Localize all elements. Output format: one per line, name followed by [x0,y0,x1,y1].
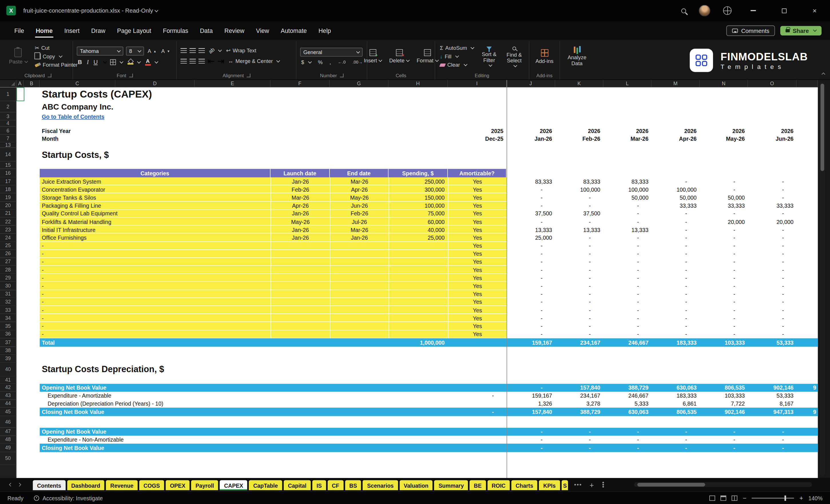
cell-O28[interactable]: - [748,266,797,274]
cell-F16[interactable]: Launch date [270,169,330,177]
row-header-22[interactable]: 22 [0,218,16,226]
cell-L49[interactable]: - [604,444,651,452]
cell-I18[interactable]: Yes [448,185,507,193]
cell-C48[interactable]: Expenditure - Non-Amortizable [40,436,389,444]
row-header-26[interactable]: 26 [0,250,16,258]
cell-F30[interactable] [270,282,330,290]
row-header-41[interactable]: 41 [0,376,16,384]
cell-K26[interactable]: - [555,250,603,258]
cell-O20[interactable]: 33,333 [748,201,797,209]
column-header-E[interactable]: E [195,80,270,87]
wrap-text-button[interactable]: ↩Wrap Text [225,47,257,54]
font-dialog-launcher[interactable] [129,73,133,77]
row-header-33[interactable]: 33 [0,306,16,314]
cell-K25[interactable]: - [555,242,603,250]
cell-N34[interactable]: - [700,314,748,322]
row-header-1[interactable]: 1 [0,87,16,101]
cell-I25[interactable]: Yes [448,242,507,250]
cell-M18[interactable]: 100,000 [651,185,700,193]
cell-I7[interactable]: Dec-25 [448,134,507,143]
cell-C1[interactable]: Startup Costs (CAPEX) [40,87,507,101]
cell-N18[interactable]: - [700,185,748,193]
cell-N6[interactable]: 2026 [700,126,748,134]
align-middle-icon[interactable] [190,48,196,53]
sheet-tab-be[interactable]: BE [470,480,486,490]
cell-K29[interactable]: - [555,274,603,282]
cell-O47[interactable]: - [748,428,797,436]
cell-M21[interactable]: - [651,209,700,217]
cell-I27[interactable]: Yes [448,258,507,266]
cell-F33[interactable] [270,306,330,314]
cell-J23[interactable]: 13,333 [507,226,555,234]
cell-L29[interactable]: - [604,274,651,282]
cell-N20[interactable]: 33,333 [700,201,748,209]
cell-M6[interactable]: 2026 [651,126,700,134]
sheet-tab-cogs[interactable]: COGS [139,480,164,490]
sheet-tab-charts[interactable]: Charts [511,480,537,490]
cell-L18[interactable]: 100,000 [604,185,651,193]
fill-color-button[interactable] [126,59,141,65]
select-all-corner[interactable] [0,80,16,87]
cell-J17[interactable]: 83,333 [507,177,555,185]
cell-O25[interactable]: - [748,242,797,250]
cell-M35[interactable]: - [651,322,700,330]
align-bottom-icon[interactable] [198,48,205,53]
cell-N47[interactable]: - [700,428,748,436]
cell-K31[interactable]: - [555,290,603,298]
cell-J44[interactable]: 1,326 [507,400,555,408]
cell-K44[interactable]: 3,278 [555,400,603,408]
cell-I45[interactable]: - [448,408,507,416]
cell-M44[interactable]: 6,861 [651,400,700,408]
cell-F21[interactable]: Jan-26 [270,209,330,217]
cell-I17[interactable]: Yes [448,177,507,185]
cell-C28[interactable]: - [40,266,270,274]
cell-M27[interactable]: - [651,258,700,266]
zoom-level[interactable]: 140% [808,495,823,501]
close-button[interactable]: × [806,4,824,18]
cell-C27[interactable]: - [40,258,270,266]
cell-L24[interactable]: - [604,234,651,242]
sheet-tab-revenue[interactable]: Revenue [106,480,138,490]
menu-tab-file[interactable]: File [8,21,30,40]
cell-H33[interactable] [388,306,448,314]
clipboard-dialog-launcher[interactable] [47,73,51,77]
cell-M28[interactable]: - [651,266,700,274]
cell-P42[interactable]: 9 [797,384,818,391]
cell-F28[interactable] [270,266,330,274]
cell-G19[interactable]: May-26 [330,193,388,201]
sheet-tab-summary[interactable]: Summary [434,480,468,490]
cell-I30[interactable]: Yes [448,282,507,290]
menu-tab-review[interactable]: Review [219,21,250,40]
cell-M37[interactable]: 183,333 [651,338,700,347]
cell-J26[interactable]: - [507,250,555,258]
cell-I29[interactable]: Yes [448,274,507,282]
globe-icon[interactable] [723,6,732,15]
row-header-36[interactable]: 36 [0,330,16,338]
cell-F17[interactable]: Jan-26 [270,177,330,185]
cell-I36[interactable]: Yes [448,330,507,338]
cell-J21[interactable]: 37,500 [507,209,555,217]
cell-N27[interactable]: - [700,258,748,266]
cell-H31[interactable] [388,290,448,298]
cell-I34[interactable]: Yes [448,314,507,322]
cell-J19[interactable]: - [507,193,555,201]
cell-N28[interactable]: - [700,266,748,274]
cell-H17[interactable]: 250,000 [388,177,448,185]
toc-link[interactable]: Go to Table of Contents [40,112,507,120]
cell-C2[interactable]: ABC Company Inc. [40,101,507,113]
cell-G25[interactable] [330,242,388,250]
cell-K49[interactable]: - [555,444,603,452]
scroll-tabs-left-button[interactable] [6,483,15,486]
cell-L25[interactable]: - [604,242,651,250]
column-header-B[interactable]: B [24,80,40,87]
share-button[interactable]: Share [780,26,822,35]
cell-O37[interactable]: 53,333 [748,338,797,347]
row-header-15[interactable]: 15 [0,161,16,169]
cell-G33[interactable] [330,306,388,314]
cell-K30[interactable]: - [555,282,603,290]
row-header-39[interactable]: 39 [0,355,16,363]
cell-M26[interactable]: - [651,250,700,258]
row-header-38[interactable]: 38 [0,347,16,355]
cell-O21[interactable]: - [748,209,797,217]
cell-L22[interactable]: - [604,218,651,226]
